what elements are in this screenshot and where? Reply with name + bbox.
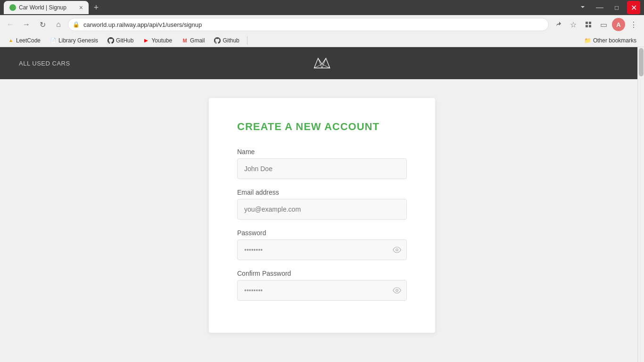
password-toggle-button[interactable] (393, 246, 401, 254)
app-main: CREATE A NEW ACCOUNT Name Email address … (0, 79, 644, 362)
tab-title: Car World | Signup (19, 4, 66, 11)
leetcode-favicon: ▲ (8, 37, 14, 44)
close-window-button[interactable]: ✕ (627, 1, 640, 14)
back-button[interactable]: ← (4, 18, 17, 31)
bookmark-leetcode-label: LeetCode (16, 37, 41, 44)
app-logo (310, 54, 334, 73)
bookmark-library-genesis[interactable]: 📄 Library Genesis (46, 36, 102, 45)
reload-button[interactable]: ↻ (36, 18, 49, 31)
library-genesis-favicon: 📄 (50, 37, 57, 44)
name-field-group: Name (237, 148, 407, 179)
browser-titlebar: Car World | Signup × + — ◻ ✕ (0, 0, 644, 15)
email-field-group: Email address (237, 189, 407, 220)
home-button[interactable]: ⌂ (52, 18, 65, 31)
confirm-password-field-group: Confirm Password (237, 270, 407, 301)
toolbar-icons: ☆ ▭ A ⋮ (552, 18, 640, 31)
minimize-button[interactable]: — (593, 1, 606, 14)
window-controls: — ◻ ✕ (576, 1, 640, 14)
tab-favicon (9, 4, 16, 11)
confirm-password-toggle-button[interactable] (393, 286, 401, 295)
app-header: ALL USED CARS (0, 47, 644, 79)
bookmark-youtube[interactable]: ▶ Youtube (139, 36, 176, 45)
address-bar-row: ← → ↻ ⌂ 🔒 ☆ ▭ A ⋮ (0, 15, 644, 34)
crown-logo-svg (310, 54, 334, 73)
new-tab-button[interactable]: + (91, 2, 102, 13)
scrollbar[interactable] (637, 47, 644, 362)
chrome-menu-button[interactable]: ⋮ (627, 18, 640, 31)
password-field-group: Password (237, 229, 407, 260)
bookmark-leetcode[interactable]: ▲ LeetCode (4, 36, 44, 45)
extensions-button[interactable] (582, 18, 595, 31)
email-label: Email address (237, 189, 407, 196)
active-tab[interactable]: Car World | Signup × (4, 1, 89, 14)
bookmark-github-label: GitHub (116, 37, 133, 44)
bookmark-star-button[interactable]: ☆ (567, 18, 580, 31)
maximize-button[interactable]: ◻ (610, 1, 623, 14)
github-favicon (107, 37, 114, 44)
other-bookmarks-icon: 📁 (584, 37, 591, 44)
password-label: Password (237, 229, 407, 237)
bookmark-github2-label: Github (223, 37, 239, 44)
confirm-password-wrapper (237, 280, 407, 301)
bookmarks-bar: ▲ LeetCode 📄 Library Genesis GitHub ▶ Yo… (0, 34, 644, 47)
address-input[interactable] (68, 18, 549, 31)
bookmark-gmail[interactable]: M Gmail (178, 36, 208, 45)
bookmarks-separator (247, 36, 248, 45)
lock-icon: 🔒 (73, 21, 80, 28)
tab-close-button[interactable]: × (79, 4, 83, 11)
bookmark-github2[interactable]: Github (210, 36, 243, 45)
youtube-favicon: ▶ (143, 37, 149, 44)
svg-rect-0 (586, 22, 588, 24)
profile-dropdown-button[interactable] (576, 1, 589, 14)
bookmark-library-genesis-label: Library Genesis (58, 37, 98, 44)
other-bookmarks-button[interactable]: 📁 Other bookmarks (580, 36, 640, 45)
scrollbar-thumb[interactable] (639, 48, 644, 76)
eye-icon-confirm (393, 286, 401, 295)
bookmark-github[interactable]: GitHub (104, 36, 137, 45)
gmail-favicon: M (182, 37, 188, 44)
other-bookmarks-label: Other bookmarks (593, 37, 636, 44)
svg-rect-2 (586, 25, 588, 27)
password-input[interactable] (237, 239, 407, 260)
svg-point-11 (396, 289, 398, 292)
share-button[interactable] (552, 18, 565, 31)
github2-favicon (214, 37, 221, 44)
form-title: CREATE A NEW ACCOUNT (237, 121, 407, 133)
svg-rect-3 (589, 25, 591, 27)
address-box: 🔒 (68, 18, 549, 31)
confirm-password-label: Confirm Password (237, 270, 407, 277)
name-input[interactable] (237, 158, 407, 179)
tab-bar: Car World | Signup × + (4, 1, 576, 14)
svg-rect-1 (589, 22, 591, 24)
eye-icon (393, 246, 401, 254)
svg-marker-4 (314, 58, 330, 68)
bookmark-gmail-label: Gmail (190, 37, 205, 44)
all-used-cars-link[interactable]: ALL USED CARS (19, 60, 70, 67)
password-wrapper (237, 239, 407, 260)
profile-avatar[interactable]: A (612, 18, 625, 31)
signup-form-card: CREATE A NEW ACCOUNT Name Email address … (209, 98, 435, 333)
confirm-password-input[interactable] (237, 280, 407, 301)
sidebar-toggle-button[interactable]: ▭ (597, 18, 610, 31)
forward-button[interactable]: → (20, 18, 33, 31)
bookmark-youtube-label: Youtube (151, 37, 172, 44)
name-label: Name (237, 148, 407, 156)
svg-point-10 (396, 249, 398, 251)
email-input[interactable] (237, 199, 407, 220)
